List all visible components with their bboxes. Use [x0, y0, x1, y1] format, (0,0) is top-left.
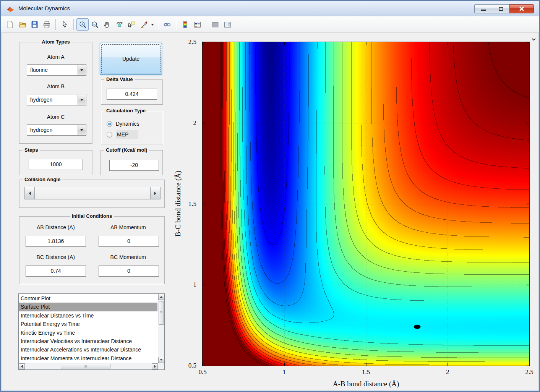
new-file-icon[interactable]: [4, 18, 16, 31]
list-item[interactable]: Contour Plot: [19, 294, 157, 303]
delta-value-panel: Delta Value 0.424: [101, 79, 163, 105]
y-axis-label: B-C bond distance (Å): [174, 171, 182, 237]
steps-panel: Steps 1000: [19, 150, 92, 175]
cutoff-title: Cutoff (Kcal/ mol): [104, 147, 149, 153]
slider-right-arrow-icon[interactable]: [150, 187, 161, 199]
radio-button-icon[interactable]: [107, 121, 112, 127]
figure-toolbar: [1, 16, 539, 33]
list-item[interactable]: Surface Plot: [19, 303, 157, 311]
vertical-scroll-thumb[interactable]: [159, 301, 164, 325]
brush-icon[interactable]: [138, 18, 150, 31]
listbox-vertical-scrollbar[interactable]: [158, 294, 164, 363]
edit-plot-pointer-icon[interactable]: [58, 18, 71, 31]
atom-c-dropdown[interactable]: hydrogen: [27, 124, 86, 136]
rotate-3d-icon[interactable]: [113, 18, 125, 31]
listbox-items: Contour PlotSurface PlotInternuclear Dis…: [19, 294, 157, 363]
close-button[interactable]: [509, 4, 534, 13]
atom-b-dropdown-arrow-icon[interactable]: [78, 95, 86, 105]
brush-dropdown-icon[interactable]: [150, 18, 155, 31]
x-tick-label: 2: [446, 368, 449, 376]
list-item[interactable]: Internuclear Distances vs Time: [19, 311, 157, 320]
bc-momentum-field[interactable]: 0: [99, 266, 159, 277]
maximize-button[interactable]: [492, 4, 510, 13]
ab-distance-field[interactable]: 1.8136: [26, 236, 86, 247]
open-file-icon[interactable]: [16, 18, 28, 31]
list-item[interactable]: Internuclear Velocities vs Internuclear …: [19, 337, 157, 345]
initial-conditions-title: Initial Conditions: [70, 213, 114, 219]
y-tick-label: 2.5: [188, 38, 196, 46]
list-item[interactable]: Internuclear Accelerations vs Internucle…: [19, 345, 157, 354]
collision-angle-slider[interactable]: [24, 187, 161, 199]
slider-left-arrow-icon[interactable]: [24, 187, 35, 199]
atom-b-dropdown[interactable]: hydrogen: [27, 94, 86, 105]
atom-c-value: hydrogen: [30, 125, 77, 135]
zoom-out-icon[interactable]: [89, 18, 101, 31]
atom-a-dropdown-arrow-icon[interactable]: [78, 65, 86, 75]
atom-a-label: Atom A: [19, 54, 92, 60]
steps-title: Steps: [23, 147, 40, 153]
scroll-left-arrow-icon[interactable]: [19, 363, 25, 369]
matlab-logo-icon: [6, 4, 15, 13]
scroll-up-arrow-icon[interactable]: [158, 294, 164, 300]
pan-hand-icon[interactable]: [101, 18, 113, 31]
contour-plot-canvas[interactable]: [202, 42, 530, 366]
atom-c-dropdown-arrow-icon[interactable]: [78, 125, 86, 135]
collision-angle-title: Collision Angle: [23, 177, 62, 182]
ab-momentum-label: AB Momentum: [92, 224, 165, 230]
insert-colorbar-icon[interactable]: [179, 18, 191, 31]
title-bar[interactable]: Molecular Dynamics: [1, 1, 539, 16]
radio-option-label: Dynamics: [116, 120, 139, 128]
atom-a-dropdown[interactable]: fluorine: [27, 64, 86, 76]
toolbar-separator: [176, 19, 176, 30]
plot-type-listbox[interactable]: Contour PlotSurface PlotInternuclear Dis…: [18, 293, 165, 370]
collision-angle-panel: Collision Angle: [19, 180, 165, 208]
update-button[interactable]: Update: [100, 43, 162, 75]
x-tick-label: 1: [283, 368, 286, 376]
toolbar-separator: [55, 19, 56, 30]
minimize-button[interactable]: [474, 4, 492, 13]
cutoff-panel: Cutoff (Kcal/ mol) -20: [101, 150, 163, 175]
cutoff-field[interactable]: -20: [109, 160, 159, 171]
x-axis-label: A-B bond distance (Å): [203, 380, 529, 388]
radio-option-dynamics[interactable]: Dynamics: [107, 120, 160, 128]
bc-distance-field[interactable]: 0.74: [26, 266, 86, 277]
ab-momentum-field[interactable]: 0: [99, 236, 159, 247]
save-icon[interactable]: [28, 18, 41, 31]
delta-value-field[interactable]: 0.424: [107, 89, 157, 100]
slider-thumb[interactable]: [35, 187, 151, 199]
toolbar-separator: [158, 19, 158, 30]
steps-field[interactable]: 1000: [29, 159, 83, 170]
calculation-type-title: Calculation Type: [104, 108, 148, 113]
scroll-right-arrow-icon[interactable]: [152, 363, 158, 369]
toolbar-separator: [206, 19, 206, 30]
link-plot-icon[interactable]: [161, 18, 173, 31]
print-icon[interactable]: [41, 18, 53, 31]
atom-b-value: hydrogen: [30, 94, 77, 105]
list-item[interactable]: Potential Energy vs Time: [19, 320, 157, 328]
atom-b-label: Atom B: [19, 83, 92, 89]
hide-plot-tools-icon[interactable]: [209, 18, 221, 31]
atom-a-value: fluorine: [30, 65, 77, 75]
atom-types-panel: Atom Types Atom A fluorine Atom B hydrog…: [19, 42, 92, 144]
toolbar-overflow-icon[interactable]: [531, 37, 536, 43]
horizontal-scroll-thumb[interactable]: [61, 364, 110, 369]
x-tick-label: 1.5: [362, 368, 370, 376]
listbox-horizontal-scrollbar[interactable]: [19, 363, 158, 369]
y-tick-label: 2: [193, 119, 197, 127]
list-item[interactable]: Internuclear Momenta vs Internuclear Dis…: [19, 354, 157, 363]
y-tick-label: 0.5: [188, 362, 196, 369]
atom-types-title: Atom Types: [40, 39, 71, 45]
x-tick-label: 0.5: [198, 368, 206, 376]
scroll-down-arrow-icon[interactable]: [158, 357, 164, 363]
radio-button-icon[interactable]: [107, 132, 112, 138]
y-axis-tick-labels: 0.511.522.5: [180, 42, 199, 366]
x-tick-label: 2.5: [525, 368, 533, 376]
radio-option-mep[interactable]: MEP: [107, 130, 160, 139]
y-tick-label: 1: [193, 281, 197, 288]
zoom-in-icon[interactable]: [76, 18, 89, 31]
insert-legend-icon[interactable]: [191, 18, 203, 31]
data-cursor-icon[interactable]: [125, 18, 138, 31]
x-axis-tick-labels: 0.511.522.5: [203, 368, 529, 377]
show-plot-tools-icon[interactable]: [221, 18, 234, 31]
list-item[interactable]: Kinetic Energy vs Time: [19, 329, 157, 337]
